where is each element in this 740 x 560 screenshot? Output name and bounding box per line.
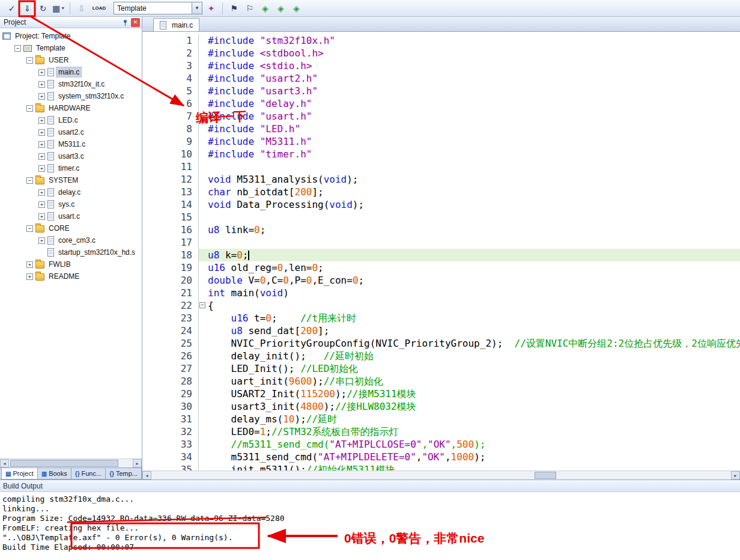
line-number[interactable]: 3: [142, 59, 199, 72]
code-line-32[interactable]: 32 LED0=1;//STM32系统板自带的指示灯: [142, 425, 740, 438]
line-number[interactable]: 31: [142, 413, 199, 425]
code-line-20[interactable]: 20double V=0,C=0,P=0,E_con=0;: [142, 274, 740, 287]
code-line-22[interactable]: 22−{: [142, 299, 740, 312]
line-number[interactable]: 4: [142, 72, 199, 85]
tree-item-m5311-c[interactable]: +M5311.c: [0, 138, 142, 150]
code-line-1[interactable]: 1#include "stm32f10x.h": [142, 34, 740, 47]
line-number[interactable]: 13: [142, 186, 199, 198]
build-button[interactable]: ⇓: [20, 1, 34, 15]
tree-item-usart2-c[interactable]: +usart2.c: [0, 126, 142, 138]
line-number[interactable]: 24: [142, 324, 199, 337]
line-number[interactable]: 8: [142, 123, 199, 135]
line-number[interactable]: 22: [142, 299, 199, 312]
expander-icon[interactable]: +: [38, 69, 45, 76]
code-line-7[interactable]: 7#include "usart.h": [142, 110, 740, 123]
line-number[interactable]: 2: [142, 47, 199, 59]
tree-item-project-template[interactable]: Project: Template: [0, 30, 142, 42]
tree-item-timer-c[interactable]: +timer.c: [0, 162, 142, 174]
pin-icon[interactable]: [121, 18, 130, 27]
flag-button[interactable]: ⚑: [227, 1, 241, 15]
line-number[interactable]: 9: [142, 135, 199, 148]
tree-item-core[interactable]: −CORE: [0, 222, 142, 234]
line-number[interactable]: 5: [142, 85, 199, 97]
code-line-27[interactable]: 27 LED_Init(); //LED初始化: [142, 362, 740, 375]
tree-item-startup-stm32f10x-hd-s[interactable]: startup_stm32f10x_hd.s: [0, 246, 142, 258]
code-line-21[interactable]: 21int main(void): [142, 287, 740, 299]
code-line-12[interactable]: 12void M5311_analysis(void);: [142, 173, 740, 186]
expander-icon[interactable]: −: [26, 177, 33, 184]
code-line-17[interactable]: 17: [142, 236, 740, 249]
line-number[interactable]: 20: [142, 274, 199, 287]
tab-books[interactable]: ▥Books: [37, 468, 71, 479]
line-number[interactable]: 27: [142, 362, 199, 375]
tab-project[interactable]: ▤Project: [1, 468, 38, 479]
code-line-31[interactable]: 31 delay_ms(10);//延时: [142, 413, 740, 425]
build-output-line[interactable]: linking...: [2, 504, 740, 514]
expander-icon[interactable]: −: [14, 45, 21, 52]
project-hscrollbar[interactable]: ◄ ►: [0, 458, 142, 467]
tab-func[interactable]: {}Func...: [71, 468, 106, 479]
build-output-line[interactable]: Build Time Elapsed: 00:00:07: [2, 543, 740, 552]
fold-collapse-icon[interactable]: −: [199, 302, 205, 308]
expander-icon[interactable]: +: [38, 81, 45, 88]
expander-icon[interactable]: +: [26, 273, 33, 280]
expander-icon[interactable]: −: [26, 57, 33, 64]
line-number[interactable]: 18: [142, 249, 199, 261]
translate-button[interactable]: ✓: [5, 1, 19, 15]
line-number[interactable]: 19: [142, 261, 199, 274]
code-line-28[interactable]: 28 uart_init(9600);//串口初始化: [142, 375, 740, 388]
line-number[interactable]: 17: [142, 236, 199, 249]
expander-icon[interactable]: −: [26, 105, 33, 112]
project-hscroll-track[interactable]: [9, 459, 133, 467]
code-line-5[interactable]: 5#include "usart3.h": [142, 85, 740, 97]
code-area[interactable]: 1#include "stm32f10x.h"2#include <stdboo…: [142, 32, 740, 470]
code-line-33[interactable]: 33 //m5311_send_cmd("AT+MIPLCLOSE=0","OK…: [142, 438, 740, 451]
close-icon[interactable]: ✕: [131, 18, 140, 27]
line-number[interactable]: 12: [142, 173, 199, 186]
line-number[interactable]: 26: [142, 350, 199, 362]
bookmark-prev-button[interactable]: ◈: [258, 1, 272, 15]
scroll-right-icon[interactable]: ►: [133, 459, 142, 467]
line-number[interactable]: 7: [142, 110, 199, 123]
download-button[interactable]: ⇩: [74, 1, 88, 15]
scroll-left-icon[interactable]: ◄: [0, 459, 9, 467]
code-line-25[interactable]: 25 NVIC_PriorityGroupConfig(NVIC_Priorit…: [142, 337, 740, 350]
line-number[interactable]: 16: [142, 224, 199, 236]
bookmark-next-button[interactable]: ◈: [274, 1, 288, 15]
target-select-dropdown-button[interactable]: ▼: [192, 2, 202, 14]
build-output-line[interactable]: "..\OBJ\Template.axf" - 0 Error(s), 0 Wa…: [2, 533, 740, 543]
code-line-29[interactable]: 29 USART2_Init(115200);//接M5311模块: [142, 388, 740, 400]
line-number[interactable]: 25: [142, 337, 199, 350]
batch-build-button[interactable]: ▦▼: [52, 1, 65, 15]
tree-item-fwlib[interactable]: +FWLIB: [0, 258, 142, 270]
code-line-3[interactable]: 3#include <stdio.h>: [142, 59, 740, 72]
load-button[interactable]: LOAD: [90, 1, 108, 15]
line-number[interactable]: 32: [142, 425, 199, 438]
code-line-23[interactable]: 23 u16 t=0; //t用来计时: [142, 312, 740, 324]
line-number[interactable]: 14: [142, 198, 199, 211]
rebuild-button[interactable]: ↻: [36, 1, 50, 15]
line-number[interactable]: 10: [142, 148, 199, 160]
flags-button[interactable]: ⚐: [243, 1, 256, 15]
options-for-target-button[interactable]: ✦: [204, 1, 218, 15]
tree-item-main-c[interactable]: +main.c: [0, 66, 142, 78]
line-number[interactable]: 29: [142, 388, 199, 400]
expander-icon[interactable]: +: [38, 237, 45, 244]
code-line-24[interactable]: 24 u8 send_dat[200];: [142, 324, 740, 337]
expander-icon[interactable]: −: [26, 225, 33, 232]
line-number[interactable]: 1: [142, 34, 199, 47]
line-number[interactable]: 21: [142, 287, 199, 299]
editor-hscroll-thumb[interactable]: [535, 472, 556, 479]
tree-item-sys-c[interactable]: +sys.c: [0, 198, 142, 210]
build-output-line[interactable]: Program Size: Code=14932 RO-data=336 RW-…: [2, 514, 740, 523]
line-number[interactable]: 15: [142, 211, 199, 224]
editor-hscrollbar[interactable]: ◄ ►: [142, 470, 740, 479]
line-number[interactable]: 11: [142, 160, 199, 173]
expander-icon[interactable]: +: [38, 153, 45, 160]
expander-icon[interactable]: +: [38, 141, 45, 148]
build-output-line[interactable]: compiling stm32f10x_dma.c...: [2, 495, 740, 504]
line-number[interactable]: 30: [142, 400, 199, 413]
tab-main-c[interactable]: main.c: [153, 18, 199, 31]
code-line-34[interactable]: 34 m5311_send_cmd("AT+MIPLDELETE=0","OK"…: [142, 451, 740, 463]
line-number[interactable]: 23: [142, 312, 199, 324]
